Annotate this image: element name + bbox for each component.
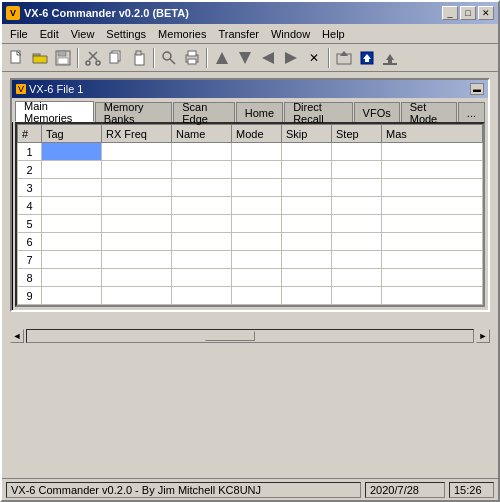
open-button[interactable] — [29, 47, 51, 69]
col-header-mode: Mode — [232, 125, 282, 143]
close-button[interactable]: ✕ — [478, 6, 494, 20]
window-controls: _ □ ✕ — [442, 6, 494, 20]
inner-restore-button[interactable]: ▬ — [470, 83, 484, 95]
app-title: VX-6 Commander v0.2.0 (BETA) — [24, 7, 189, 19]
table-row[interactable]: 5 — [18, 215, 483, 233]
svg-point-14 — [163, 52, 171, 60]
inner-app-icon: V — [16, 84, 26, 94]
row-mas — [382, 287, 483, 305]
scroll-right-button[interactable]: ► — [476, 329, 490, 343]
menu-view[interactable]: View — [65, 26, 101, 42]
status-time: 15:26 — [449, 482, 494, 498]
tab-memory-banks[interactable]: Memory Banks — [95, 102, 172, 122]
row-num: 1 — [18, 143, 42, 161]
svg-rect-17 — [188, 51, 196, 56]
row-tag — [42, 251, 102, 269]
separator-2 — [153, 48, 155, 68]
row-tag — [42, 179, 102, 197]
table-row[interactable]: 2 — [18, 161, 483, 179]
row-skip — [282, 251, 332, 269]
row-rxfreq — [102, 197, 172, 215]
menu-memories[interactable]: Memories — [152, 26, 212, 42]
row-mas — [382, 197, 483, 215]
move-left-button[interactable] — [257, 47, 279, 69]
svg-point-9 — [96, 61, 100, 65]
import-button[interactable] — [333, 47, 355, 69]
table-row[interactable]: 6 — [18, 233, 483, 251]
row-tag — [42, 143, 102, 161]
row-step — [332, 269, 382, 287]
row-skip — [282, 233, 332, 251]
row-mode — [232, 143, 282, 161]
row-name — [172, 143, 232, 161]
horizontal-scrollbar[interactable] — [26, 329, 474, 343]
table-row[interactable]: 7 — [18, 251, 483, 269]
table-row[interactable]: 9 — [18, 287, 483, 305]
maximize-button[interactable]: □ — [460, 6, 476, 20]
upload-button[interactable] — [356, 47, 378, 69]
row-mode — [232, 215, 282, 233]
row-rxfreq — [102, 215, 172, 233]
row-mas — [382, 233, 483, 251]
find-button[interactable] — [158, 47, 180, 69]
table-row[interactable]: 3 — [18, 179, 483, 197]
paste-button[interactable] — [128, 47, 150, 69]
row-name — [172, 269, 232, 287]
download-button[interactable] — [379, 47, 401, 69]
row-name — [172, 161, 232, 179]
tabs-container: Main Memories Memory Banks Scan Edge Hom… — [12, 98, 488, 122]
separator-4 — [328, 48, 330, 68]
tab-main-memories[interactable]: Main Memories — [15, 101, 94, 122]
row-mode — [232, 287, 282, 305]
move-right-button[interactable] — [280, 47, 302, 69]
move-down-button[interactable] — [234, 47, 256, 69]
svg-rect-5 — [58, 58, 68, 64]
title-bar-left: V VX-6 Commander v0.2.0 (BETA) — [6, 6, 189, 20]
menu-file[interactable]: File — [4, 26, 34, 42]
row-name — [172, 251, 232, 269]
menu-edit[interactable]: Edit — [34, 26, 65, 42]
scrollbar-thumb[interactable] — [205, 331, 255, 341]
scroll-area: V VX-6 File 1 ▬ Main Memories Memory Ban… — [2, 72, 498, 500]
menu-help[interactable]: Help — [316, 26, 351, 42]
delete-button[interactable]: ✕ — [303, 47, 325, 69]
row-step — [332, 251, 382, 269]
row-skip — [282, 179, 332, 197]
col-header-skip: Skip — [282, 125, 332, 143]
tab-scan-edge[interactable]: Scan Edge — [173, 102, 235, 122]
row-num: 6 — [18, 233, 42, 251]
tab-vfos[interactable]: VFOs — [354, 102, 400, 122]
save-button[interactable] — [52, 47, 74, 69]
row-step — [332, 179, 382, 197]
tab-direct-recall[interactable]: Direct Recall — [284, 102, 352, 122]
tab-home[interactable]: Home — [236, 102, 283, 122]
table-row[interactable]: 8 — [18, 269, 483, 287]
print-button[interactable] — [181, 47, 203, 69]
menu-window[interactable]: Window — [265, 26, 316, 42]
menu-settings[interactable]: Settings — [100, 26, 152, 42]
row-num: 8 — [18, 269, 42, 287]
scroll-left-button[interactable]: ◄ — [10, 329, 24, 343]
table-row[interactable]: 1 — [18, 143, 483, 161]
row-rxfreq — [102, 179, 172, 197]
svg-rect-13 — [136, 51, 141, 55]
row-mode — [232, 197, 282, 215]
menu-transfer[interactable]: Transfer — [212, 26, 265, 42]
row-num: 4 — [18, 197, 42, 215]
new-button[interactable] — [6, 47, 28, 69]
copy-button[interactable] — [105, 47, 127, 69]
tab-set-mode[interactable]: Set Mode — [401, 102, 457, 122]
row-tag — [42, 197, 102, 215]
svg-rect-12 — [135, 54, 144, 65]
cut-button[interactable] — [82, 47, 104, 69]
row-rxfreq — [102, 269, 172, 287]
minimize-button[interactable]: _ — [442, 6, 458, 20]
row-num: 9 — [18, 287, 42, 305]
svg-point-8 — [86, 61, 90, 65]
move-up-button[interactable] — [211, 47, 233, 69]
row-mode — [232, 161, 282, 179]
tab-more[interactable]: ... — [458, 102, 485, 122]
svg-rect-4 — [58, 51, 66, 56]
table-row[interactable]: 4 — [18, 197, 483, 215]
svg-marker-22 — [285, 52, 297, 64]
